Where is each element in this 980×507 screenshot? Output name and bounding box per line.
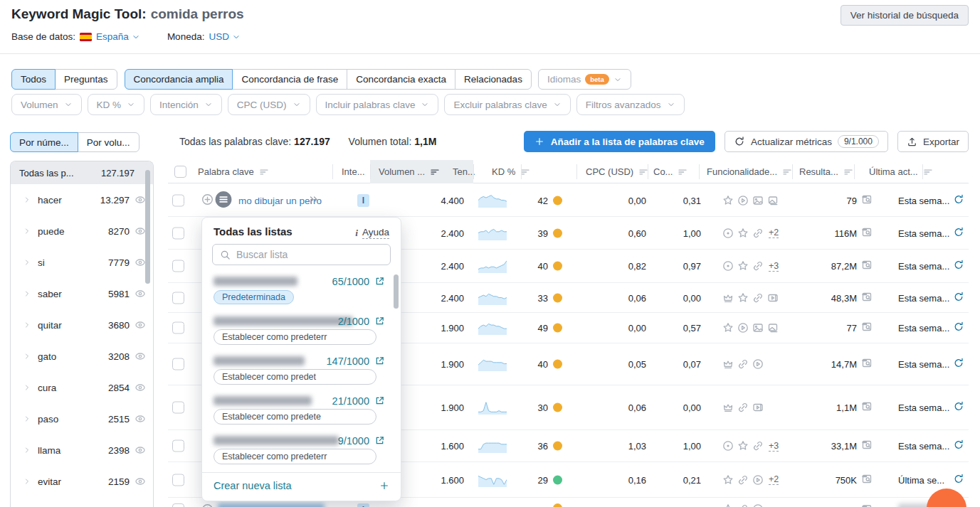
more-features-link[interactable]: +2 xyxy=(769,228,779,238)
sort-tab-number[interactable]: Por núme... xyxy=(10,132,78,152)
filter-volumen[interactable]: Volumen xyxy=(11,94,82,115)
filter-cpc-usd-[interactable]: CPC (USD) xyxy=(228,94,310,115)
serp-preview-icon[interactable] xyxy=(861,439,873,453)
column-header-inte-[interactable]: Inte... xyxy=(342,160,365,183)
list-quota-link[interactable]: 147/1000 xyxy=(327,356,369,367)
row-checkbox[interactable] xyxy=(172,292,184,304)
column-header-resulta-[interactable]: Resulta... xyxy=(799,160,854,183)
sidebar-item-si[interactable]: si7779 xyxy=(11,247,153,278)
column-header-ten-[interactable]: Ten... xyxy=(453,160,475,183)
column-header--ltima-act-[interactable]: Última act... xyxy=(869,160,934,183)
tab-relacionadas[interactable]: Relacionadas xyxy=(455,69,532,90)
add-keyword-icon[interactable] xyxy=(201,193,214,208)
help-link[interactable]: iAyuda xyxy=(355,227,389,239)
eye-icon[interactable] xyxy=(135,288,146,299)
eye-icon[interactable] xyxy=(135,257,146,268)
serp-preview-icon[interactable] xyxy=(861,291,873,304)
filter-kd-[interactable]: KD % xyxy=(88,94,145,115)
export-button[interactable]: Exportar xyxy=(897,131,969,152)
create-new-list-button[interactable]: Crear nueva lista xyxy=(214,480,389,491)
add-keyword-icon[interactable] xyxy=(201,503,214,507)
row-checkbox[interactable] xyxy=(172,227,184,239)
list-quota-link[interactable]: 65/1000 xyxy=(332,276,369,287)
filter-incluir-palabras-clave[interactable]: Incluir palabras clave xyxy=(316,94,439,115)
refresh-row-button[interactable] xyxy=(953,401,964,415)
tab-preguntas[interactable]: Preguntas xyxy=(55,69,117,90)
column-header-palabra-clave[interactable]: Palabra clave xyxy=(198,160,270,183)
refresh-row-button[interactable] xyxy=(953,291,964,304)
filter-excluir-palabras-clave[interactable]: Excluir palabras clave xyxy=(444,94,570,115)
sidebar-item-quitar[interactable]: quitar3680 xyxy=(11,309,153,341)
column-header-funcionalidade-[interactable]: Funcionalidade... xyxy=(707,160,793,183)
refresh-row-button[interactable] xyxy=(953,193,964,207)
row-checkbox[interactable] xyxy=(172,358,184,370)
column-header-co-[interactable]: Co... xyxy=(653,160,688,183)
more-features-link[interactable]: +3 xyxy=(769,441,779,452)
sidebar-item-all-keywords[interactable]: Todas las p... 127.197 xyxy=(11,161,153,184)
row-checkbox[interactable] xyxy=(172,440,184,452)
filter-filtros-avanzados[interactable]: Filtros avanzados xyxy=(576,94,685,115)
eye-icon[interactable] xyxy=(135,382,146,393)
row-checkbox[interactable] xyxy=(172,402,184,414)
serp-preview-icon[interactable] xyxy=(861,401,873,415)
sidebar-item-puede[interactable]: puede8270 xyxy=(11,215,153,247)
serp-preview-icon[interactable] xyxy=(861,473,873,486)
popup-scrollbar[interactable] xyxy=(394,274,399,309)
set-default-button[interactable]: Establecer como predeterr xyxy=(214,449,376,464)
refresh-row-button[interactable] xyxy=(953,358,964,371)
external-link-icon[interactable] xyxy=(374,395,385,408)
sidebar-item-cura[interactable]: cura2854 xyxy=(11,372,153,403)
sidebar-item-evitar[interactable]: evitar2159 xyxy=(11,466,153,497)
sidebar-item-llama[interactable]: llama2398 xyxy=(11,434,153,466)
sidebar-scrollbar[interactable] xyxy=(145,170,150,284)
refresh-row-button[interactable] xyxy=(953,473,964,486)
list-quota-link[interactable]: 9/1000 xyxy=(338,435,369,447)
list-quota-link[interactable]: 21/1000 xyxy=(332,395,369,407)
external-link-icon[interactable] xyxy=(374,316,385,329)
sidebar-item-hacer[interactable]: hacer13.297 xyxy=(11,184,153,215)
currency-selector[interactable]: USD xyxy=(209,31,241,42)
tab-concordancia-amplia[interactable]: Concordancia amplia xyxy=(125,69,233,90)
serp-preview-icon[interactable] xyxy=(861,260,873,273)
list-quota-link[interactable]: 2/1000 xyxy=(338,316,369,327)
tab-todos[interactable]: Todos xyxy=(11,69,56,90)
tab-concordancia-de-frase[interactable]: Concordancia de frase xyxy=(232,69,347,90)
tab-idiomas[interactable]: Idiomasbeta xyxy=(538,69,631,90)
add-to-list-button[interactable]: Añadir a la lista de palabras clave xyxy=(524,131,715,152)
eye-icon[interactable] xyxy=(135,413,146,425)
refresh-row-button[interactable] xyxy=(953,260,964,273)
tab-concordancia-exacta[interactable]: Concordancia exacta xyxy=(347,69,455,90)
column-header-volumen-[interactable]: Volumen ... xyxy=(379,160,441,183)
filter-intenci-n[interactable]: Intención xyxy=(150,94,222,115)
serp-preview-icon[interactable] xyxy=(861,503,873,507)
set-default-button[interactable]: Establecer como predeterr xyxy=(214,329,376,345)
row-checkbox[interactable] xyxy=(172,503,184,507)
search-history-button[interactable]: Ver historial de búsqueda xyxy=(841,5,969,26)
external-link-icon[interactable] xyxy=(374,356,385,368)
refresh-row-button[interactable] xyxy=(953,439,964,453)
eye-icon[interactable] xyxy=(135,225,146,237)
sidebar-item-saber[interactable]: saber5981 xyxy=(11,278,153,309)
row-checkbox[interactable] xyxy=(172,260,184,272)
eye-icon[interactable] xyxy=(135,194,146,206)
database-selector[interactable]: España xyxy=(96,31,140,42)
eye-icon[interactable] xyxy=(135,444,146,456)
set-default-button[interactable]: Establecer como predet xyxy=(214,369,376,385)
eye-icon[interactable] xyxy=(135,476,146,487)
serp-preview-icon[interactable] xyxy=(861,226,873,240)
refresh-row-button[interactable] xyxy=(953,226,964,240)
expand-keyword-icon[interactable] xyxy=(308,193,320,207)
update-metrics-button[interactable]: Actualizar métricas 9/1.000 xyxy=(725,131,888,152)
list-search-input[interactable]: Buscar lista xyxy=(212,244,391,265)
select-all-checkbox[interactable] xyxy=(174,166,186,178)
set-default-button[interactable]: Establecer como predete xyxy=(214,409,376,425)
more-features-link[interactable]: +2 xyxy=(769,474,779,485)
column-header-cpc-usd-[interactable]: CPC (USD) xyxy=(586,160,649,183)
more-features-link[interactable]: +3 xyxy=(769,261,779,272)
add-to-list-icon[interactable] xyxy=(215,191,232,210)
row-checkbox[interactable] xyxy=(172,474,184,486)
serp-preview-icon[interactable] xyxy=(861,321,873,335)
refresh-row-button[interactable] xyxy=(953,321,964,335)
sort-tab-volume[interactable]: Por volu... xyxy=(78,132,139,152)
sidebar-item-gato[interactable]: gato3208 xyxy=(11,341,153,372)
